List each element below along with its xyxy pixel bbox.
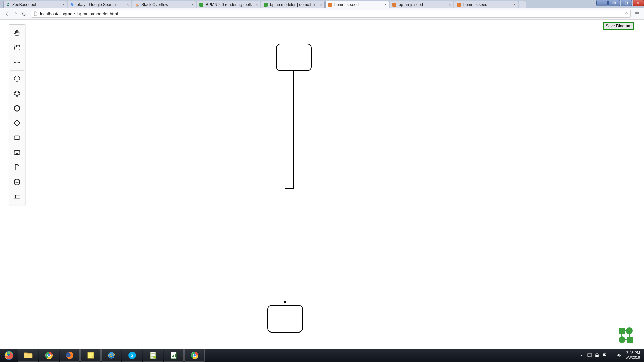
browser-tab[interactable]: bpmn-js seed × (390, 1, 453, 8)
tab-label: okay - Google Search (77, 2, 125, 7)
svg-rect-39 (610, 356, 610, 357)
taskbar-firefox-icon[interactable] (60, 349, 80, 362)
close-icon[interactable]: × (62, 2, 65, 7)
svg-rect-32 (175, 354, 176, 357)
svg-rect-40 (611, 356, 611, 357)
system-tray: 7:45 PM 5/3/2016 (577, 349, 644, 362)
svg-point-28 (153, 356, 156, 358)
arrowhead-icon (283, 301, 287, 304)
tab-label: ZeeBaseTool (12, 2, 61, 7)
zeebase-favicon-icon: Z (6, 2, 10, 7)
tray-volume-icon[interactable] (615, 349, 623, 362)
svg-point-14 (619, 336, 625, 343)
svg-point-34 (193, 354, 196, 357)
svg-rect-22 (88, 352, 94, 358)
stackoverflow-favicon-icon (135, 2, 139, 7)
bpmnjs-favicon-icon (457, 2, 461, 7)
bookmark-star-icon[interactable]: ☆ (625, 11, 628, 16)
tab-label: Stack Overflow (141, 2, 190, 7)
tab-label: bpmn-js seed (463, 2, 512, 7)
taskbar-skype-icon[interactable]: S (122, 349, 142, 362)
close-icon[interactable]: × (191, 2, 194, 7)
clock-time: 7:45 PM (626, 351, 640, 355)
tab-label: bpmn-js seed (399, 2, 447, 7)
taskbar-stickynotes-icon[interactable] (80, 349, 101, 362)
window-controls (596, 0, 644, 8)
browser-tab[interactable]: bpmn-js seed × (454, 1, 518, 8)
bpmnjs-favicon-icon (328, 2, 332, 7)
restore-button[interactable] (608, 0, 620, 6)
bpmnio-favicon-icon (199, 2, 204, 7)
taskbar-explorer-icon[interactable] (18, 349, 38, 362)
tray-network-icon[interactable] (608, 349, 615, 362)
tray-chevron-up-icon[interactable] (579, 349, 586, 362)
svg-rect-35 (588, 354, 592, 356)
close-icon[interactable]: × (127, 2, 129, 7)
close-icon[interactable]: × (513, 2, 516, 7)
browser-toolbar: ☆ (0, 8, 644, 20)
taskbar-ie-icon[interactable] (101, 349, 121, 362)
bpmn-sequence-flow[interactable] (285, 71, 294, 304)
new-tab-button[interactable] (519, 1, 526, 8)
bpmn-task-shape[interactable] (276, 44, 311, 71)
tray-clock[interactable]: 7:45 PM 5/3/2016 (623, 351, 643, 360)
svg-rect-42 (613, 354, 613, 357)
page-content: Save Diagram (0, 20, 644, 349)
diagram-canvas[interactable] (0, 20, 644, 349)
url-input[interactable] (40, 11, 625, 16)
close-icon[interactable]: × (384, 2, 387, 7)
taskbar-chrome2-icon[interactable] (184, 349, 205, 362)
taskbar-chrome-icon[interactable] (39, 349, 59, 362)
tab-label: bpmn modeler | demo.bp (270, 2, 319, 7)
minimize-button[interactable] (596, 0, 608, 6)
tray-battery-icon[interactable] (593, 349, 601, 362)
tab-label: BPMN 2.0 rendering toolk (206, 2, 254, 7)
browser-tabstrip: Z ZeeBaseTool × G okay - Google Search ×… (0, 0, 644, 8)
windows-taskbar: S 7:45 PM 5/3/2016 (0, 349, 644, 362)
taskbar-notepadpp-icon[interactable] (143, 349, 163, 362)
svg-rect-12 (619, 328, 625, 334)
svg-rect-1 (625, 2, 628, 4)
bpmnjs-favicon-icon (392, 2, 397, 7)
start-button[interactable] (0, 349, 18, 362)
tray-flag-icon[interactable] (601, 349, 608, 362)
browser-tab[interactable]: Stack Overflow × (132, 1, 196, 8)
svg-point-20 (48, 354, 51, 357)
svg-rect-15 (627, 337, 633, 343)
taskbar-libreoffice-icon[interactable] (164, 349, 184, 362)
svg-rect-31 (173, 355, 174, 357)
back-button[interactable] (3, 9, 11, 18)
address-bar[interactable]: ☆ (31, 10, 631, 18)
close-icon[interactable]: × (449, 2, 451, 7)
svg-rect-18 (24, 353, 28, 354)
svg-rect-0 (613, 2, 615, 4)
tray-action-center-icon[interactable] (586, 349, 593, 362)
browser-tab-active[interactable]: bpmn-js seed × (325, 1, 389, 8)
svg-text:S: S (131, 353, 133, 358)
chrome-menu-button[interactable] (633, 9, 641, 18)
reload-button[interactable] (20, 9, 29, 18)
close-icon[interactable]: × (256, 2, 258, 7)
close-window-button[interactable] (633, 0, 644, 6)
bpmnio-logo-icon[interactable] (618, 327, 634, 343)
tab-label: bpmn-js seed (334, 2, 383, 7)
page-icon (33, 11, 38, 16)
clock-date: 5/3/2016 (626, 355, 640, 360)
browser-tab[interactable]: bpmn modeler | demo.bp × (261, 1, 325, 8)
bpmnio-favicon-icon (263, 2, 268, 7)
svg-point-13 (626, 327, 633, 334)
maximize-button[interactable] (621, 0, 632, 6)
svg-rect-30 (172, 356, 173, 357)
close-icon[interactable]: × (320, 2, 322, 7)
forward-button[interactable] (11, 9, 20, 18)
browser-tab[interactable]: BPMN 2.0 rendering toolk × (197, 1, 260, 8)
google-favicon-icon: G (70, 2, 75, 7)
svg-rect-38 (596, 355, 598, 357)
browser-tab[interactable]: Z ZeeBaseTool × (3, 1, 67, 8)
bpmn-task-shape[interactable] (268, 305, 303, 332)
browser-tab[interactable]: G okay - Google Search × (68, 1, 131, 8)
svg-rect-41 (612, 355, 612, 357)
